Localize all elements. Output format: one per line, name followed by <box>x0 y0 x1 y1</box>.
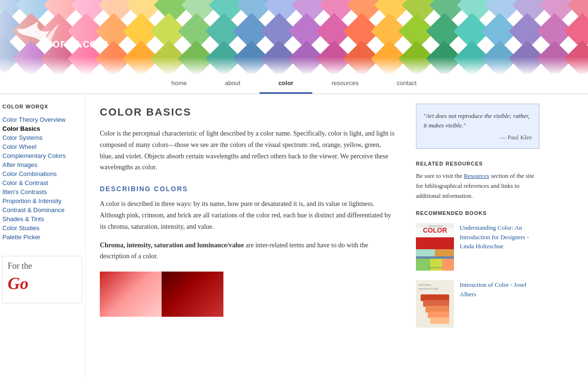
right-sidebar: "Art does not reproduce the visible; rat… <box>409 94 547 380</box>
svg-text:Interaction of Color: Interaction of Color <box>418 287 439 290</box>
section-heading-describing: DESCRIBING COLORS <box>100 185 395 193</box>
sidebar-item-color-theory[interactable]: Color Theory Overview <box>2 115 80 124</box>
svg-rect-77 <box>435 249 454 256</box>
color-sample-dark-red <box>162 272 223 317</box>
header-background: worqx.com <box>0 0 588 74</box>
book-item-interaction-of-color: Josef Albers Interaction of Color Intera… <box>416 280 540 328</box>
nav-about[interactable]: about <box>206 74 260 94</box>
sidebar-item-proportion-intensity[interactable]: Proportion & Intensity <box>2 196 80 205</box>
main-nav: home about color resources contact <box>0 74 588 94</box>
svg-rect-88 <box>425 306 449 312</box>
sidebar-item-color-basics[interactable]: Color Basics <box>2 124 80 133</box>
sidebar-item-color-combinations[interactable]: Color Combinations <box>2 169 80 178</box>
resources-link[interactable]: Resources <box>464 172 489 179</box>
book-link-interaction-of-color[interactable]: Interaction of Color - Josef Albers <box>460 280 540 299</box>
sidebar-item-shades-tints[interactable]: Shades & Tints <box>2 214 80 224</box>
sidebar-item-color-systems[interactable]: Color Systems <box>2 133 80 142</box>
svg-text:Josef Albers: Josef Albers <box>418 283 432 286</box>
sidebar-item-palette-picker[interactable]: Palette Picker <box>2 233 80 242</box>
nav-color[interactable]: color <box>260 74 313 94</box>
sidebar-item-color-studies[interactable]: Color Studies <box>2 224 80 233</box>
svg-rect-86 <box>421 294 449 301</box>
svg-rect-87 <box>423 300 449 307</box>
svg-rect-75 <box>416 237 454 249</box>
sidebar-item-color-wheel[interactable]: Color Wheel <box>2 142 80 151</box>
recommended-books-title: RECOMMENDED BOOKS <box>416 210 540 216</box>
svg-rect-81 <box>442 259 454 271</box>
sidebar-item-after-images[interactable]: After Images <box>2 160 80 169</box>
intro-paragraph: Color is the perceptual characteristic o… <box>100 128 395 173</box>
book-item-understanding-color: understanding COLOR Linda Holtzschue Und… <box>416 223 540 271</box>
sidebar: COLOR WORQX Color Theory Overview Color … <box>0 94 86 380</box>
section1-paragraph: A color is described in three ways: by i… <box>100 198 395 232</box>
svg-text:COLOR: COLOR <box>423 226 447 234</box>
book-link-understanding-color[interactable]: Understanding Color: An Introduction for… <box>460 223 540 251</box>
section2-paragraph: Chroma, intensity, saturation and lumina… <box>100 240 395 263</box>
quote-box: "Art does not reproduce the visible; rat… <box>416 104 540 149</box>
color-samples <box>100 272 395 317</box>
site-header: worqx.com <box>0 0 588 74</box>
svg-rect-90 <box>430 317 449 324</box>
svg-text:Linda Holtzschue: Linda Holtzschue <box>428 266 443 269</box>
related-resources-title: RELATED RESOURCES <box>416 161 540 166</box>
nav-home[interactable]: home <box>153 74 206 94</box>
bold-chroma: Chroma, intensity, saturation and lumina… <box>100 242 244 249</box>
color-sample-light-red <box>100 272 162 317</box>
sidebar-item-complementary-colors[interactable]: Complementary Colors <box>2 151 80 160</box>
quote-author: — Paul Klee <box>424 134 532 141</box>
svg-rect-89 <box>428 312 449 318</box>
main-content: COLOR BASICS Color is the perceptual cha… <box>86 94 409 380</box>
nav-contact[interactable]: contact <box>378 74 436 94</box>
quote-text: "Art does not reproduce the visible; rat… <box>424 111 532 130</box>
sidebar-item-color-contrast[interactable]: Color & Contrast <box>2 178 80 187</box>
ad-text-line1: For the <box>8 261 77 271</box>
book-cover-understanding-color: understanding COLOR Linda Holtzschue <box>416 223 454 271</box>
book-cover-interaction-of-color: Josef Albers Interaction of Color <box>416 280 454 328</box>
svg-rect-79 <box>416 259 430 271</box>
svg-rect-76 <box>416 249 435 256</box>
ad-text-line2: Go <box>8 273 77 293</box>
svg-text:worqx.com: worqx.com <box>42 36 108 50</box>
related-resources-text: Be sure to visit the Resources section o… <box>416 171 540 201</box>
page-title: COLOR BASICS <box>100 106 395 118</box>
ad-banner: For the Go <box>2 256 82 303</box>
main-layout: COLOR WORQX Color Theory Overview Color … <box>0 94 588 380</box>
sidebar-item-ittens-contrasts[interactable]: Itten's Contrasts <box>2 187 80 196</box>
nav-resources[interactable]: resources <box>312 74 377 94</box>
sidebar-item-contrast-dominance[interactable]: Contrast & Dominance <box>2 205 80 214</box>
svg-rect-80 <box>430 259 442 271</box>
sidebar-title: COLOR WORQX <box>2 104 80 109</box>
svg-rect-78 <box>416 256 454 259</box>
